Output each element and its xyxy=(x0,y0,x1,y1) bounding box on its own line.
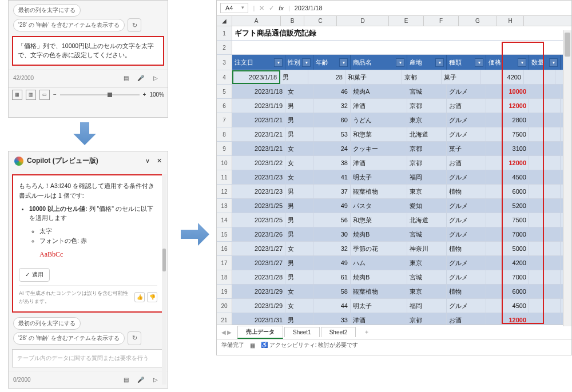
table-row[interactable]: 112023/1/23女41明太子福岡グルメ4500 xyxy=(217,170,571,185)
name-box[interactable]: A4 xyxy=(220,3,248,13)
sheet-tab-active[interactable]: 売上データ xyxy=(237,326,283,339)
view-pagelayout-icon[interactable]: ▥ xyxy=(26,90,36,100)
table-header[interactable]: 種類▾ xyxy=(447,55,486,70)
macro-icon[interactable]: ▦ xyxy=(250,342,255,349)
filter-icon[interactable]: ▾ xyxy=(475,58,483,67)
status-ready: 準備完了 xyxy=(221,341,244,349)
col-header[interactable]: B xyxy=(281,16,304,26)
table-row[interactable]: 72023/1/21男60うどん東京グルメ2800 xyxy=(217,113,571,127)
table-row[interactable]: 52023/1/18女46焼肉A宮城グルメ10000 xyxy=(217,85,571,99)
col-header[interactable]: A xyxy=(232,16,281,26)
table-header[interactable]: 年齢▾ xyxy=(313,55,351,70)
table-header[interactable]: 数量▾ xyxy=(529,55,561,70)
accessibility-status[interactable]: ♿ アクセシビリティ: 検討が必要です xyxy=(261,341,358,349)
format-sample: AaBbCc xyxy=(39,249,157,260)
thumbs-down-icon[interactable]: 👎 xyxy=(147,292,157,302)
sheet-tab[interactable]: Sheet1 xyxy=(284,327,320,337)
scrollbar-vertical[interactable] xyxy=(563,30,571,326)
disclaimer-text: AI で生成されたコンテンツは誤りを含む可能性があります。 xyxy=(19,289,131,306)
table-row[interactable]: 142023/1/25男56和惣菜北海道グルメ7500 xyxy=(217,213,571,227)
zoom-in-icon[interactable]: + xyxy=(143,91,146,98)
arrow-right-icon xyxy=(181,223,209,246)
fx-icon[interactable]: fx xyxy=(279,5,284,11)
copilot-message: もちろん！A3:I240 を確認して適用する条件付き書式ルールは 1 個です: … xyxy=(12,174,164,313)
filter-icon[interactable]: ▾ xyxy=(339,58,348,67)
table-row[interactable]: 162023/1/27女32季節の花神奈川植物5000 xyxy=(217,242,571,256)
filter-icon[interactable]: ▾ xyxy=(435,58,444,67)
col-header[interactable]: F xyxy=(424,16,459,26)
thumbs-up-icon[interactable]: 👍 xyxy=(134,292,145,302)
table-row[interactable]: 132023/1/25男49パスタ愛知グルメ5200 xyxy=(217,199,571,213)
select-all-corner[interactable]: ◢ xyxy=(217,16,232,26)
zoom-slider[interactable] xyxy=(60,94,140,95)
enter-icon[interactable]: ✓ xyxy=(269,5,274,12)
arrow-down-icon xyxy=(73,122,96,145)
suggestion-chip[interactable]: 最初の列を太字にする xyxy=(13,317,81,330)
filter-icon[interactable]: ▾ xyxy=(396,58,404,67)
column-headers: ◢ A B C D E F G H xyxy=(217,16,571,26)
table-header[interactable]: 産地▾ xyxy=(407,55,447,70)
prompt-input[interactable]: テーブル内のデータに関する質問または要求を行う xyxy=(12,349,164,367)
tab-next-icon[interactable]: ▶ xyxy=(227,329,232,335)
refresh-icon[interactable]: ↻ xyxy=(128,331,141,345)
send-icon[interactable]: ▷ xyxy=(149,72,162,85)
table-row[interactable]: 152023/1/26男30焼肉B宮城グルメ7000 xyxy=(217,227,571,242)
suggestion-chip[interactable]: '28' の '年齢' を含むアイテムを表示する xyxy=(13,19,125,31)
table-row[interactable]: 192023/1/29女58観葉植物東京植物6000 xyxy=(217,285,571,299)
filter-icon[interactable]: ▾ xyxy=(518,58,526,67)
apply-button[interactable]: ✓ 適用 xyxy=(19,268,50,282)
excel-grid: A4 | ✕ ✓ fx | 2023/1/18 ◢ A B C D E F G … xyxy=(216,0,572,355)
table-header[interactable]: 価格▾ xyxy=(486,55,529,70)
col-header[interactable]: G xyxy=(459,16,497,26)
filter-icon[interactable]: ▾ xyxy=(274,58,283,67)
prompt-input[interactable]: 「価格」列で、10000円以上のセルの文字を太字で、文字の色を赤に設定してくださ… xyxy=(12,36,164,66)
table-row[interactable]: 172023/1/27男49ハム東京グルメ4200 xyxy=(217,256,571,270)
table-row[interactable]: 212023/1/31男33洋酒京都お酒12000 xyxy=(217,313,571,325)
attach-icon[interactable]: ▤ xyxy=(120,374,132,386)
add-sheet-icon[interactable]: ＋ xyxy=(364,328,370,336)
mic-icon[interactable]: 🎤 xyxy=(134,374,147,386)
close-icon[interactable]: ✕ xyxy=(157,157,162,165)
send-icon[interactable]: ▷ xyxy=(149,374,162,386)
zoom-out-icon[interactable]: − xyxy=(53,91,57,98)
zoom-level: 100% xyxy=(149,91,164,98)
refresh-icon[interactable]: ↻ xyxy=(128,18,141,32)
table-row[interactable]: 182023/1/28男61焼肉B宮城グルメ7000 xyxy=(217,270,571,285)
cancel-icon[interactable]: ✕ xyxy=(259,5,264,12)
suggestion-chip[interactable]: 最初の列を太字にする xyxy=(13,4,81,17)
table-row[interactable]: 62023/1/19男32洋酒京都お酒12000 xyxy=(217,99,571,113)
table-row[interactable]: 102023/1/22女38洋酒京都お酒12000 xyxy=(217,156,571,170)
table-header[interactable]: 注文日▾ xyxy=(232,55,285,70)
view-pagebreak-icon[interactable]: ▭ xyxy=(39,90,50,100)
table-header[interactable]: 商品名▾ xyxy=(351,55,407,70)
table-row[interactable]: 92023/1/21女24クッキー京都菓子3100 xyxy=(217,142,571,156)
suggestion-chip[interactable]: '28' の '年齢' を含むアイテムを表示する xyxy=(13,332,125,345)
mic-icon[interactable]: 🎤 xyxy=(134,72,147,85)
view-normal-icon[interactable]: ▦ xyxy=(12,90,22,100)
table-row[interactable]: 122023/1/23男37観葉植物東京植物6000 xyxy=(217,185,571,199)
tab-prev-icon[interactable]: ◀ xyxy=(221,329,226,335)
table-header[interactable]: 性別▾ xyxy=(285,55,313,70)
copilot-panel-response: Copilot (プレビュー版) ∨ ✕ もちろん！A3:I240 を確認して適… xyxy=(8,151,168,389)
col-header[interactable]: C xyxy=(304,16,337,26)
copilot-title: Copilot (プレビュー版) xyxy=(27,156,98,166)
col-header[interactable]: H xyxy=(497,16,524,26)
expand-icon[interactable]: ∨ xyxy=(145,157,150,165)
char-counter: 42/2000 xyxy=(13,75,34,81)
table-row[interactable]: 82023/1/21男53和惣菜北海道グルメ7500 xyxy=(217,127,571,142)
attach-icon[interactable]: ▤ xyxy=(120,72,132,85)
col-header[interactable]: D xyxy=(337,16,389,26)
scrollbar[interactable] xyxy=(162,174,166,385)
filter-icon[interactable]: ▾ xyxy=(302,58,311,67)
formula-bar[interactable]: 2023/1/18 xyxy=(295,5,568,11)
char-counter: 0/2000 xyxy=(13,377,31,383)
table-row[interactable]: 202023/1/29女44明太子福岡グルメ4500 xyxy=(217,299,571,313)
table-row[interactable]: 42023/1/18男28和菓子京都菓子4200 xyxy=(217,70,571,85)
col-header[interactable]: E xyxy=(389,16,424,26)
copilot-logo-icon xyxy=(14,157,23,166)
copilot-panel-top: 最初の列を太字にする '28' の '年齢' を含むアイテムを表示する ↻ 「価… xyxy=(8,0,168,118)
sheet-tab[interactable]: Sheet2 xyxy=(321,327,356,337)
filter-icon[interactable]: ▾ xyxy=(549,58,558,67)
